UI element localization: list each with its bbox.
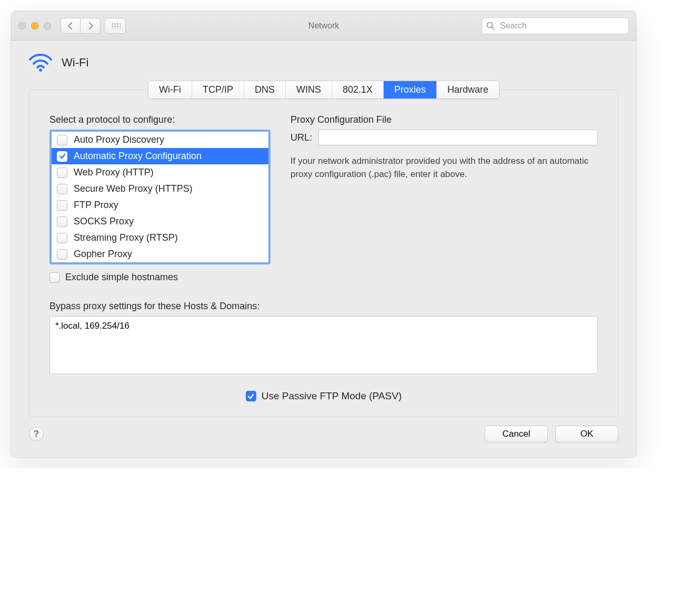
pasv-label: Use Passive FTP Mode (PASV) (262, 390, 402, 402)
nav-back-forward (61, 18, 101, 34)
protocol-row[interactable]: Streaming Proxy (RTSP) (52, 230, 268, 246)
maximize-window-button[interactable] (44, 22, 51, 29)
protocol-checkbox[interactable] (57, 249, 67, 260)
protocol-heading: Select a protocol to configure: (49, 114, 271, 125)
bypass-label: Bypass proxy settings for these Hosts & … (49, 301, 598, 312)
protocol-label: Gopher Proxy (74, 249, 132, 260)
protocol-row[interactable]: Auto Proxy Discovery (52, 132, 268, 148)
detail-column: Proxy Configuration File URL: If your ne… (291, 114, 598, 283)
protocol-checkbox[interactable] (57, 216, 67, 227)
protocol-list[interactable]: Auto Proxy DiscoveryAutomatic Proxy Conf… (49, 130, 271, 264)
bypass-textarea[interactable] (49, 316, 598, 374)
ok-button[interactable]: OK (555, 426, 618, 442)
tab-hardware[interactable]: Hardware (437, 81, 499, 98)
show-all-group (106, 18, 126, 34)
chevron-right-icon (87, 22, 94, 29)
pac-heading: Proxy Configuration File (291, 114, 598, 125)
protocol-label: Secure Web Proxy (HTTPS) (74, 183, 193, 194)
exclude-simple-checkbox[interactable] (49, 272, 60, 283)
protocol-checkbox[interactable] (57, 184, 67, 194)
protocol-row[interactable]: SOCKS Proxy (52, 213, 268, 230)
protocol-checkbox[interactable] (57, 233, 67, 243)
protocol-label: SOCKS Proxy (74, 216, 134, 227)
protocol-checkbox[interactable] (57, 135, 67, 145)
pasv-row[interactable]: Use Passive FTP Mode (PASV) (49, 390, 598, 402)
connection-header: Wi-Fi (11, 41, 636, 77)
protocol-row[interactable]: Automatic Proxy Configuration (52, 148, 268, 164)
pasv-checkbox[interactable] (246, 391, 256, 401)
protocol-row[interactable]: Web Proxy (HTTP) (52, 164, 268, 181)
protocol-checkbox[interactable] (57, 200, 67, 211)
svg-line-1 (492, 27, 495, 29)
protocol-label: Automatic Proxy Configuration (74, 151, 202, 162)
protocol-label: Auto Proxy Discovery (74, 134, 164, 145)
search-input[interactable] (499, 21, 624, 31)
search-icon (486, 22, 495, 30)
titlebar: Network (11, 11, 636, 41)
wifi-icon (29, 53, 52, 72)
svg-point-2 (39, 68, 42, 72)
minimize-window-button[interactable] (31, 22, 38, 29)
protocol-row[interactable]: Gopher Proxy (52, 246, 268, 262)
forward-button[interactable] (81, 18, 101, 34)
show-all-button[interactable] (106, 18, 126, 34)
traffic-lights (18, 22, 51, 29)
back-button[interactable] (61, 18, 81, 34)
tab-tcpip[interactable]: TCP/IP (192, 81, 244, 98)
cancel-button[interactable]: Cancel (485, 426, 548, 442)
tab-dns[interactable]: DNS (244, 81, 286, 98)
search-field-wrap[interactable] (482, 17, 629, 34)
pac-url-input[interactable] (318, 130, 598, 145)
help-button[interactable]: ? (29, 427, 44, 441)
exclude-simple-label: Exclude simple hostnames (65, 272, 178, 283)
proxies-panel: Select a protocol to configure: Auto Pro… (29, 90, 618, 417)
tab-wifi[interactable]: Wi-Fi (148, 81, 192, 98)
chevron-left-icon (67, 22, 74, 29)
protocol-label: Streaming Proxy (RTSP) (74, 232, 178, 243)
tab-wins[interactable]: WINS (286, 81, 332, 98)
pac-help-text: If your network administrator provided y… (291, 155, 598, 181)
url-label: URL: (291, 132, 312, 143)
tab-proxies[interactable]: Proxies (384, 81, 437, 98)
protocol-label: Web Proxy (HTTP) (74, 167, 154, 178)
connection-name: Wi-Fi (62, 56, 88, 70)
protocol-row[interactable]: FTP Proxy (52, 197, 268, 213)
protocol-label: FTP Proxy (74, 200, 118, 211)
footer: ? Cancel OK (11, 417, 636, 457)
network-preferences-window: Network Wi-Fi Wi-Fi TCP/IP DNS WINS 802.… (11, 11, 637, 458)
tab-8021x[interactable]: 802.1X (332, 81, 384, 98)
protocol-checkbox[interactable] (57, 151, 67, 162)
exclude-simple-row[interactable]: Exclude simple hostnames (49, 272, 271, 283)
protocol-row[interactable]: Secure Web Proxy (HTTPS) (52, 181, 268, 197)
protocol-column: Select a protocol to configure: Auto Pro… (49, 114, 271, 283)
close-window-button[interactable] (18, 22, 26, 29)
tab-bar: Wi-Fi TCP/IP DNS WINS 802.1X Proxies Har… (11, 81, 636, 99)
protocol-checkbox[interactable] (57, 168, 67, 178)
grid-icon (111, 23, 121, 29)
